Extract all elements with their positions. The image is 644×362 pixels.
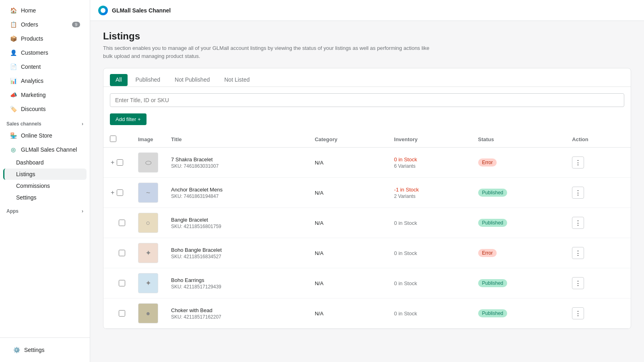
apps-chevron-icon: ›: [82, 208, 83, 214]
row-checkbox[interactable]: [119, 310, 125, 317]
product-category: N/A: [315, 311, 324, 317]
product-image: ⬭: [138, 152, 158, 173]
col-header-image: Image: [132, 132, 165, 148]
row-action-button[interactable]: ⋮: [572, 247, 584, 259]
table-row: + ⬭ 7 Shakra Bracelet SKU: 7461863031007…: [103, 148, 631, 178]
products-icon: 📦: [10, 35, 17, 42]
row-check-cell: [103, 238, 132, 268]
tab-not-listed[interactable]: Not Listed: [218, 73, 256, 87]
sidebar-item-online-store[interactable]: 🏪 Online Store: [3, 129, 87, 142]
product-category: N/A: [315, 220, 324, 226]
row-image-cell: ⬭: [132, 148, 165, 178]
row-action-button[interactable]: ⋮: [572, 307, 584, 319]
sidebar-item-orders[interactable]: 📋 Orders 9: [3, 18, 87, 31]
row-checkbox[interactable]: [119, 220, 125, 226]
marketing-icon: 📣: [10, 91, 17, 99]
row-action-button[interactable]: ⋮: [572, 277, 584, 289]
col-header-action: Action: [566, 132, 631, 148]
store-icon: 🏪: [10, 132, 17, 139]
status-badge: Published: [478, 219, 508, 227]
table-row: ✦ Boho Earrings SKU: 42118517129439 N/A …: [103, 268, 631, 298]
sidebar-item-content[interactable]: 📄 Content: [3, 60, 87, 74]
product-category: N/A: [315, 280, 324, 286]
sidebar-subitem-commissions[interactable]: Commissions: [3, 180, 87, 191]
product-inventory: 0 in Stock: [394, 220, 465, 226]
add-filter-button[interactable]: Add filter +: [110, 113, 147, 125]
sidebar-item-products[interactable]: 📦 Products: [3, 32, 87, 45]
sidebar-item-settings[interactable]: ⚙️ Settings: [6, 343, 83, 357]
apps-header: Apps ›: [0, 204, 90, 216]
product-inventory: 0 in Stock: [394, 156, 465, 162]
product-image: ~: [138, 183, 158, 203]
status-badge: Published: [478, 309, 508, 317]
sidebar-subitem-dashboard[interactable]: Dashboard: [3, 157, 87, 168]
sales-channels-chevron-icon: ›: [82, 121, 83, 127]
row-image-cell: ●: [132, 298, 165, 329]
row-checkbox[interactable]: [117, 159, 123, 166]
row-check-cell: [103, 298, 132, 329]
sidebar-label-orders: Orders: [21, 21, 38, 28]
sidebar-item-marketing[interactable]: 📣 Marketing: [3, 88, 87, 102]
row-checkbox[interactable]: [119, 280, 125, 286]
page-area: Listings This section enables you to man…: [90, 21, 644, 362]
orders-badge: 9: [72, 22, 80, 27]
row-image-cell: ✦: [132, 238, 165, 268]
sidebar: 🏠 Home 📋 Orders 9 📦 Products 👤 Customers…: [0, 0, 90, 362]
sidebar-subitem-listings[interactable]: Listings: [3, 169, 87, 180]
product-inventory: 0 in Stock: [394, 311, 465, 317]
analytics-icon: 📊: [10, 77, 17, 84]
search-container: [103, 87, 631, 113]
row-action-button[interactable]: ⋮: [572, 217, 584, 229]
table-row: ✦ Boho Bangle Bracelet SKU: 421185168345…: [103, 238, 631, 268]
row-action-cell: ⋮: [566, 298, 631, 329]
col-header-title: Title: [165, 132, 308, 148]
sidebar-label-settings-sub: Settings: [16, 194, 37, 201]
tabs-container: All Published Not Published Not Listed: [103, 68, 631, 87]
row-title-cell: Choker with Bead SKU: 42118517162207: [165, 298, 308, 329]
sidebar-item-analytics[interactable]: 📊 Analytics: [3, 74, 87, 88]
sidebar-item-glmall-channel[interactable]: ◎ GLMall Sales Channel: [3, 143, 87, 156]
orders-icon: 📋: [10, 21, 17, 28]
product-image: ●: [138, 303, 158, 323]
page-title: Listings: [103, 31, 631, 42]
product-title: Bangle Bracelet: [171, 217, 302, 223]
status-badge: Published: [478, 189, 508, 197]
row-expand-button[interactable]: +: [110, 158, 115, 167]
col-header-check: [103, 132, 132, 148]
sidebar-item-home[interactable]: 🏠 Home: [3, 4, 87, 17]
row-action-button[interactable]: ⋮: [572, 187, 584, 199]
status-badge: Error: [478, 158, 497, 167]
sidebar-label-dashboard: Dashboard: [16, 159, 44, 166]
tab-all[interactable]: All: [110, 74, 128, 86]
sidebar-item-discounts[interactable]: 🏷️ Discounts: [3, 102, 87, 116]
product-category: N/A: [315, 250, 324, 256]
topbar: GLMall Sales Channel: [90, 0, 644, 21]
table-container: Image Title Category Inventory Status Ac…: [103, 132, 631, 329]
sidebar-item-customers[interactable]: 👤 Customers: [3, 46, 87, 60]
product-inventory: 0 in Stock: [394, 250, 465, 256]
col-header-status: Status: [472, 132, 566, 148]
row-inventory-cell: 0 in Stock: [388, 298, 472, 329]
search-input[interactable]: [110, 93, 624, 107]
sales-channels-header: Sales channels ›: [0, 116, 90, 128]
select-all-checkbox[interactable]: [110, 136, 116, 142]
content-icon: 📄: [10, 63, 17, 70]
row-category-cell: N/A: [308, 178, 388, 208]
product-sku: SKU: 42118517129439: [171, 284, 302, 290]
row-inventory-cell: 0 in Stock: [388, 208, 472, 238]
row-expand-button[interactable]: +: [110, 188, 115, 197]
row-checkbox[interactable]: [119, 250, 125, 256]
table-row: ● Choker with Bead SKU: 42118517162207 N…: [103, 298, 631, 329]
row-checkbox[interactable]: [117, 189, 123, 196]
row-status-cell: Published: [472, 178, 566, 208]
row-action-button[interactable]: ⋮: [572, 156, 584, 169]
row-inventory-cell: -1 in Stock 2 Variants: [388, 178, 472, 208]
product-variants: 6 Variants: [394, 163, 465, 169]
row-status-cell: Published: [472, 208, 566, 238]
sidebar-subitem-settings[interactable]: Settings: [3, 192, 87, 203]
tab-published[interactable]: Published: [129, 73, 167, 87]
row-status-cell: Published: [472, 268, 566, 298]
tab-not-published[interactable]: Not Published: [168, 73, 216, 87]
main-content: GLMall Sales Channel Listings This secti…: [90, 0, 644, 362]
sidebar-label-glmall: GLMall Sales Channel: [21, 146, 77, 153]
